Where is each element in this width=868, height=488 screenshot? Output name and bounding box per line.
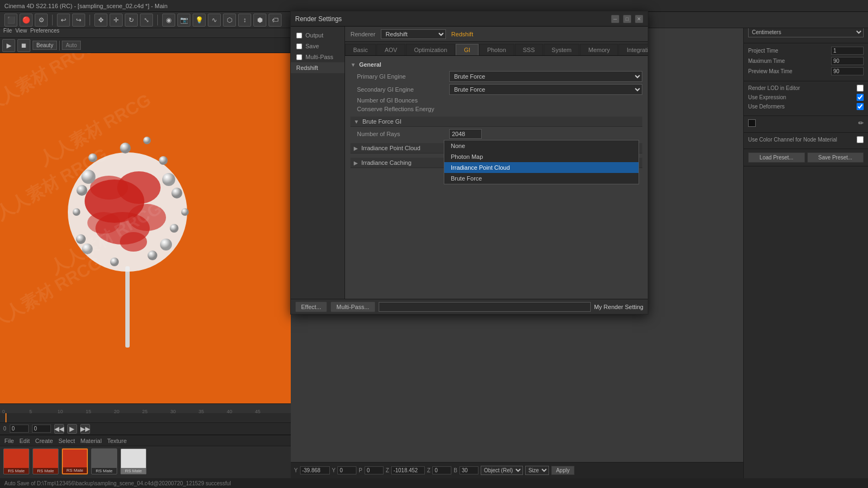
rv-stop-btn[interactable]: ⏹: [17, 39, 30, 52]
tab-integration[interactable]: Integration: [618, 44, 648, 55]
render-lod-checkbox[interactable]: [857, 85, 864, 92]
rv-prefs-menu[interactable]: Preferences: [30, 28, 60, 34]
dropdown-none[interactable]: None: [444, 140, 639, 151]
multipass-btn[interactable]: Multi-Pass...: [330, 301, 375, 312]
color-swatch[interactable]: [748, 119, 756, 127]
swatch-3-selected[interactable]: RS Mate: [62, 448, 88, 474]
tag-btn[interactable]: 🏷: [269, 14, 282, 27]
light-btn[interactable]: 💡: [193, 14, 206, 27]
rv-auto-label[interactable]: Auto: [62, 41, 81, 50]
color-edit-icon[interactable]: ✏: [858, 119, 864, 127]
tab-system[interactable]: System: [544, 44, 580, 55]
swatch-2[interactable]: RS Mate: [33, 448, 59, 474]
gi-bounces-label: Number of GI Bounces: [357, 97, 449, 104]
node-material-section: Use Color Channel for Node Material: [744, 133, 868, 149]
move-btn[interactable]: ✛: [110, 14, 123, 27]
swatch-1[interactable]: RS Mate: [3, 448, 29, 474]
mat-material-menu[interactable]: Material: [80, 438, 101, 444]
nav-item-output[interactable]: Output: [291, 30, 344, 41]
save-preset-btn[interactable]: Save Preset...: [807, 152, 864, 163]
svg-point-16: [110, 258, 119, 266]
node-material-checkbox[interactable]: [857, 136, 864, 143]
tab-gi[interactable]: GI: [456, 44, 478, 55]
tab-sss[interactable]: SSS: [515, 44, 543, 55]
camera-btn[interactable]: 📷: [177, 14, 190, 27]
undo-btn[interactable]: ↩: [57, 14, 70, 27]
rv-beauty-label[interactable]: Beauty: [33, 41, 57, 50]
scale-btn[interactable]: ⤡: [140, 14, 153, 27]
general-section-header[interactable]: ▼ General: [350, 61, 642, 68]
tab-basic[interactable]: Basic: [345, 44, 376, 55]
secondary-gi-row: Secondary GI Engine Brute Force: [350, 84, 642, 95]
tc-play-btn[interactable]: ▶: [67, 424, 77, 434]
mode-btn-1[interactable]: ⬛: [4, 14, 17, 27]
num-rays-input[interactable]: [449, 129, 482, 139]
size-select[interactable]: Size: [525, 466, 549, 475]
coord-z2-input[interactable]: [432, 466, 451, 474]
load-preset-btn[interactable]: Load Preset...: [748, 152, 805, 163]
swatch-5[interactable]: RS Mate: [120, 448, 146, 474]
effect-btn[interactable]: Effect...: [295, 301, 327, 312]
dialog-minimize-btn[interactable]: ─: [611, 15, 620, 23]
effector-btn[interactable]: ⬢: [253, 14, 266, 27]
poly-btn[interactable]: ⬡: [223, 14, 236, 27]
coord-y2-input[interactable]: [337, 466, 356, 474]
apply-btn[interactable]: Apply: [551, 466, 575, 475]
rv-view-menu[interactable]: View: [15, 28, 27, 34]
timeline-playhead[interactable]: [5, 413, 7, 422]
secondary-gi-select[interactable]: Brute Force: [449, 84, 642, 95]
dialog-close-btn[interactable]: ✕: [635, 15, 643, 23]
tab-photon[interactable]: Photon: [479, 44, 514, 55]
coord-z1-input[interactable]: [391, 466, 425, 474]
rotate-btn[interactable]: ↻: [125, 14, 138, 27]
max-time-input[interactable]: [831, 57, 864, 65]
tab-aov[interactable]: AOV: [376, 44, 405, 55]
preview-max-time-input[interactable]: [831, 67, 864, 75]
project-time-input[interactable]: [831, 47, 864, 55]
object-btn[interactable]: ◉: [162, 14, 175, 27]
object-rel-select[interactable]: Object (Rel): [481, 466, 523, 475]
dropdown-brute-force[interactable]: Brute Force: [444, 173, 639, 184]
dropdown-irradiance-point-cloud[interactable]: Irradiance Point Cloud: [444, 162, 639, 173]
coord-y1-input[interactable]: [300, 466, 330, 474]
primary-gi-select[interactable]: Brute Force: [449, 71, 642, 82]
deform-btn[interactable]: ↕: [238, 14, 251, 27]
use-expression-checkbox[interactable]: [857, 94, 864, 101]
brute-force-header[interactable]: ▼ Brute Force GI: [350, 117, 642, 127]
select-btn[interactable]: ✥: [94, 14, 107, 27]
renderer-select[interactable]: Redshift: [381, 29, 446, 39]
timeline-track[interactable]: [0, 413, 291, 423]
nav-item-multipass[interactable]: Multi-Pass: [291, 52, 344, 62]
timeline-controls: 0 ◀◀ ▶ ▶▶: [0, 423, 291, 435]
multipass-checkbox[interactable]: [296, 54, 302, 60]
mat-edit-menu[interactable]: Edit: [20, 438, 30, 444]
render-setting-name-input[interactable]: [379, 302, 591, 312]
nav-item-redshift[interactable]: Redshift: [291, 62, 344, 73]
mode-btn-3[interactable]: ⚙: [35, 14, 48, 27]
redo-btn[interactable]: ↪: [72, 14, 85, 27]
rv-play-btn[interactable]: ▶: [2, 39, 15, 52]
mat-create-menu[interactable]: Create: [35, 438, 53, 444]
tc-next-btn[interactable]: ▶▶: [80, 424, 90, 434]
mat-file-menu[interactable]: File: [4, 438, 14, 444]
dialog-maximize-btn[interactable]: □: [623, 15, 631, 23]
output-checkbox[interactable]: [296, 33, 302, 38]
nav-item-save[interactable]: Save: [291, 41, 344, 52]
mode-btn-2[interactable]: 🔴: [20, 14, 33, 27]
use-deformers-checkbox[interactable]: [857, 103, 864, 110]
tab-optimization[interactable]: Optimization: [406, 44, 455, 55]
tab-memory[interactable]: Memory: [580, 44, 618, 55]
save-checkbox[interactable]: [296, 43, 302, 49]
tc-frame-input[interactable]: [10, 425, 29, 433]
units-select[interactable]: Centimeters: [748, 27, 864, 37]
dropdown-photon-map[interactable]: Photon Map: [444, 151, 639, 162]
mat-texture-menu[interactable]: Texture: [107, 438, 126, 444]
tc-time-input[interactable]: [32, 425, 51, 433]
mat-select-menu[interactable]: Select: [59, 438, 75, 444]
coord-b-input[interactable]: [459, 466, 478, 474]
swatch-4[interactable]: RS Mate: [91, 448, 117, 474]
tc-prev-btn[interactable]: ◀◀: [54, 424, 64, 434]
coord-p-input[interactable]: [365, 466, 384, 474]
rv-file-menu[interactable]: File: [3, 28, 12, 34]
spline-btn[interactable]: ∿: [208, 14, 221, 27]
